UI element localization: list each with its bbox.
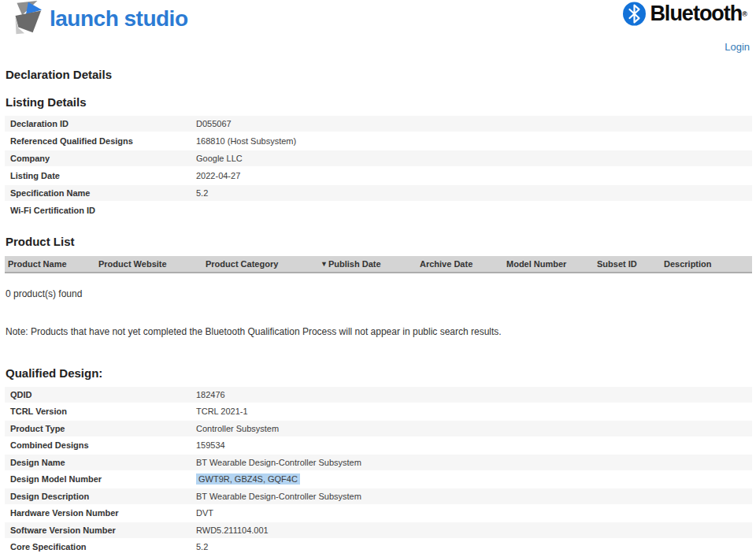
listing-details-table: Declaration ID D055067 Referenced Qualif… xyxy=(5,116,752,220)
column-header-archive-date[interactable]: Archive Date xyxy=(420,259,506,269)
row-value: 168810 (Host Subsystem) xyxy=(196,136,752,146)
page-title: Declaration Details xyxy=(6,68,112,81)
bluetooth-wordmark: Bluetooth® xyxy=(650,2,747,26)
selected-text-highlight: GWT9R, GBZ4S, GQF4C xyxy=(196,473,300,485)
table-row: Hardware Version Number DVT xyxy=(5,506,752,522)
row-value: TCRL 2021-1 xyxy=(196,407,752,416)
row-value: 2022-04-27 xyxy=(196,171,752,180)
column-header-product-category[interactable]: Product Category xyxy=(206,259,321,269)
row-value: BT Wearable Design-Controller Subsystem xyxy=(196,458,752,467)
sort-descending-icon: ▼ xyxy=(321,260,328,268)
login-link[interactable]: Login xyxy=(724,41,750,53)
table-row: Combined Designs 159534 xyxy=(5,438,752,454)
row-value: RWD5.211104.001 xyxy=(196,525,752,535)
column-header-model-number[interactable]: Model Number xyxy=(506,259,597,269)
bluetooth-logo[interactable]: Bluetooth® xyxy=(622,2,747,29)
column-header-publish-date[interactable]: ▼Publish Date xyxy=(321,259,420,269)
row-label: Software Version Number xyxy=(5,525,196,535)
row-label: Design Name xyxy=(5,458,196,467)
table-row: Design Description BT Wearable Design-Co… xyxy=(5,488,752,504)
row-label: Hardware Version Number xyxy=(5,508,196,518)
bluetooth-icon xyxy=(622,2,647,29)
row-label: Company xyxy=(5,154,196,163)
launch-studio-logo[interactable]: launch studio xyxy=(6,0,188,36)
row-label: Product Type xyxy=(5,424,196,433)
row-label: Listing Date xyxy=(5,171,196,180)
row-value: DVT xyxy=(196,508,752,518)
row-value: D055067 xyxy=(196,119,752,128)
row-value: 182476 xyxy=(196,390,752,399)
table-row: Software Version Number RWD5.211104.001 xyxy=(5,522,752,538)
row-value: 5.2 xyxy=(196,188,752,198)
row-label: Design Model Number xyxy=(5,474,196,484)
qualified-design-heading: Qualified Design: xyxy=(6,366,102,380)
product-table-header: Product Name Product Website Product Cat… xyxy=(5,256,752,273)
table-row: Design Model Number GWT9R, GBZ4S, GQF4C xyxy=(5,472,752,488)
row-label: Declaration ID xyxy=(5,119,196,128)
row-value: GWT9R, GBZ4S, GQF4C xyxy=(196,474,752,484)
table-row: Referenced Qualified Designs 168810 (Hos… xyxy=(5,133,752,149)
table-row: Listing Date 2022-04-27 xyxy=(5,168,752,184)
table-row: Wi-Fi Certification ID xyxy=(5,202,752,218)
row-label: Specification Name xyxy=(5,188,196,198)
row-value: 5.2 xyxy=(196,542,752,551)
row-label: Core Specification xyxy=(5,542,196,551)
result-count: 0 product(s) found xyxy=(6,288,82,299)
column-header-product-website[interactable]: Product Website xyxy=(98,259,206,269)
row-label: Design Description xyxy=(5,492,196,501)
table-row: Declaration ID D055067 xyxy=(5,116,752,132)
listing-details-heading: Listing Details xyxy=(6,95,87,109)
table-row: TCRL Version TCRL 2021-1 xyxy=(5,404,752,420)
row-label: Combined Designs xyxy=(5,440,196,450)
column-header-subset-id[interactable]: Subset ID xyxy=(597,259,664,269)
table-row: QDID 182476 xyxy=(5,387,752,403)
column-header-product-name[interactable]: Product Name xyxy=(5,259,98,269)
table-row: Design Name BT Wearable Design-Controlle… xyxy=(5,455,752,470)
row-value: 159534 xyxy=(196,440,752,450)
registered-trademark: ® xyxy=(742,10,747,18)
launch-studio-icon xyxy=(6,0,44,36)
launch-studio-wordmark: launch studio xyxy=(50,6,188,32)
declaration-details-page: launch studio Bluetooth® Login Declarati… xyxy=(0,0,756,557)
row-label: Wi-Fi Certification ID xyxy=(5,206,196,215)
product-list-heading: Product List xyxy=(6,235,75,248)
table-row: Core Specification 5.2 xyxy=(5,540,752,555)
row-label: TCRL Version xyxy=(5,407,196,416)
table-row: Company Google LLC xyxy=(5,150,752,166)
column-header-description[interactable]: Description xyxy=(664,259,752,269)
row-value: BT Wearable Design-Controller Subsystem xyxy=(196,492,752,501)
qualified-design-table: QDID 182476 TCRL Version TCRL 2021-1 Pro… xyxy=(5,387,752,556)
qualification-note: Note: Products that have not yet complet… xyxy=(6,326,502,337)
table-row: Product Type Controller Subsystem xyxy=(5,421,752,436)
row-label: Referenced Qualified Designs xyxy=(5,136,196,146)
row-value: Google LLC xyxy=(196,154,752,163)
table-row: Specification Name 5.2 xyxy=(5,185,752,201)
row-value: Controller Subsystem xyxy=(196,424,752,433)
row-label: QDID xyxy=(5,390,196,399)
